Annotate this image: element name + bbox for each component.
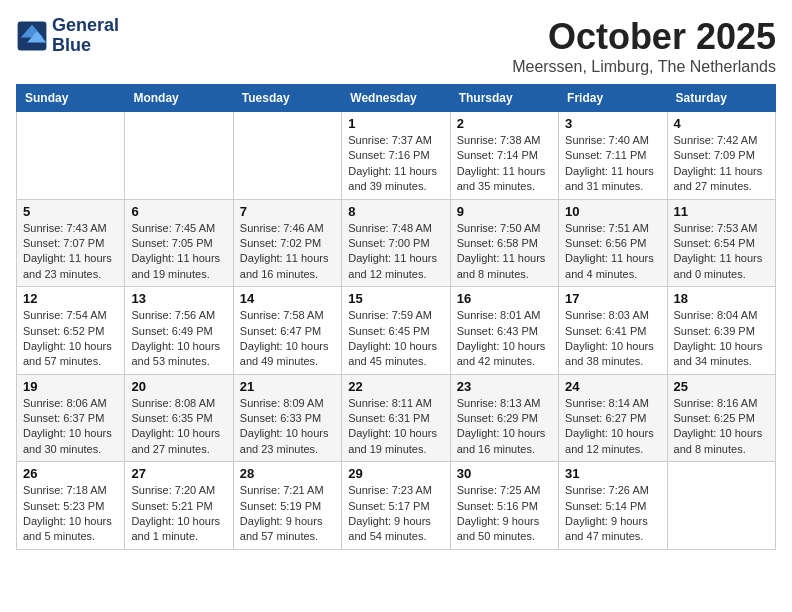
calendar-cell-w1d1 [17, 112, 125, 200]
day-number: 9 [457, 204, 552, 219]
logo-text: General Blue [52, 16, 119, 56]
calendar-week-1: 1Sunrise: 7:37 AM Sunset: 7:16 PM Daylig… [17, 112, 776, 200]
calendar-cell-w3d2: 13Sunrise: 7:56 AM Sunset: 6:49 PM Dayli… [125, 287, 233, 375]
calendar-cell-w4d7: 25Sunrise: 8:16 AM Sunset: 6:25 PM Dayli… [667, 374, 775, 462]
day-info: Sunrise: 7:25 AM Sunset: 5:16 PM Dayligh… [457, 483, 552, 545]
calendar-table: SundayMondayTuesdayWednesdayThursdayFrid… [16, 84, 776, 550]
calendar-week-5: 26Sunrise: 7:18 AM Sunset: 5:23 PM Dayli… [17, 462, 776, 550]
day-number: 27 [131, 466, 226, 481]
logo-line1: General [52, 16, 119, 36]
day-info: Sunrise: 8:03 AM Sunset: 6:41 PM Dayligh… [565, 308, 660, 370]
day-info: Sunrise: 7:40 AM Sunset: 7:11 PM Dayligh… [565, 133, 660, 195]
day-info: Sunrise: 7:42 AM Sunset: 7:09 PM Dayligh… [674, 133, 769, 195]
weekday-header-monday: Monday [125, 85, 233, 112]
calendar-cell-w4d4: 22Sunrise: 8:11 AM Sunset: 6:31 PM Dayli… [342, 374, 450, 462]
calendar-cell-w4d5: 23Sunrise: 8:13 AM Sunset: 6:29 PM Dayli… [450, 374, 558, 462]
calendar-cell-w3d1: 12Sunrise: 7:54 AM Sunset: 6:52 PM Dayli… [17, 287, 125, 375]
calendar-cell-w5d7 [667, 462, 775, 550]
day-number: 26 [23, 466, 118, 481]
day-number: 17 [565, 291, 660, 306]
day-number: 2 [457, 116, 552, 131]
day-info: Sunrise: 8:06 AM Sunset: 6:37 PM Dayligh… [23, 396, 118, 458]
day-number: 3 [565, 116, 660, 131]
logo-icon [16, 20, 48, 52]
day-number: 10 [565, 204, 660, 219]
calendar-cell-w4d3: 21Sunrise: 8:09 AM Sunset: 6:33 PM Dayli… [233, 374, 341, 462]
calendar-week-4: 19Sunrise: 8:06 AM Sunset: 6:37 PM Dayli… [17, 374, 776, 462]
calendar-week-2: 5Sunrise: 7:43 AM Sunset: 7:07 PM Daylig… [17, 199, 776, 287]
day-number: 4 [674, 116, 769, 131]
calendar-cell-w4d1: 19Sunrise: 8:06 AM Sunset: 6:37 PM Dayli… [17, 374, 125, 462]
day-info: Sunrise: 7:26 AM Sunset: 5:14 PM Dayligh… [565, 483, 660, 545]
calendar-cell-w3d6: 17Sunrise: 8:03 AM Sunset: 6:41 PM Dayli… [559, 287, 667, 375]
day-info: Sunrise: 7:54 AM Sunset: 6:52 PM Dayligh… [23, 308, 118, 370]
weekday-header-saturday: Saturday [667, 85, 775, 112]
day-number: 30 [457, 466, 552, 481]
calendar-cell-w4d6: 24Sunrise: 8:14 AM Sunset: 6:27 PM Dayli… [559, 374, 667, 462]
calendar-cell-w1d7: 4Sunrise: 7:42 AM Sunset: 7:09 PM Daylig… [667, 112, 775, 200]
day-info: Sunrise: 8:01 AM Sunset: 6:43 PM Dayligh… [457, 308, 552, 370]
day-number: 19 [23, 379, 118, 394]
calendar-cell-w1d3 [233, 112, 341, 200]
logo: General Blue [16, 16, 119, 56]
calendar-cell-w1d2 [125, 112, 233, 200]
day-info: Sunrise: 7:45 AM Sunset: 7:05 PM Dayligh… [131, 221, 226, 283]
day-number: 6 [131, 204, 226, 219]
calendar-cell-w1d6: 3Sunrise: 7:40 AM Sunset: 7:11 PM Daylig… [559, 112, 667, 200]
weekday-header-row: SundayMondayTuesdayWednesdayThursdayFrid… [17, 85, 776, 112]
day-info: Sunrise: 8:08 AM Sunset: 6:35 PM Dayligh… [131, 396, 226, 458]
weekday-header-wednesday: Wednesday [342, 85, 450, 112]
month-title: October 2025 [512, 16, 776, 58]
calendar-cell-w2d1: 5Sunrise: 7:43 AM Sunset: 7:07 PM Daylig… [17, 199, 125, 287]
day-info: Sunrise: 7:20 AM Sunset: 5:21 PM Dayligh… [131, 483, 226, 545]
calendar-cell-w2d2: 6Sunrise: 7:45 AM Sunset: 7:05 PM Daylig… [125, 199, 233, 287]
calendar-cell-w5d6: 31Sunrise: 7:26 AM Sunset: 5:14 PM Dayli… [559, 462, 667, 550]
day-info: Sunrise: 8:13 AM Sunset: 6:29 PM Dayligh… [457, 396, 552, 458]
day-number: 28 [240, 466, 335, 481]
day-number: 22 [348, 379, 443, 394]
calendar-cell-w4d2: 20Sunrise: 8:08 AM Sunset: 6:35 PM Dayli… [125, 374, 233, 462]
day-number: 18 [674, 291, 769, 306]
calendar-header: SundayMondayTuesdayWednesdayThursdayFrid… [17, 85, 776, 112]
weekday-header-friday: Friday [559, 85, 667, 112]
weekday-header-tuesday: Tuesday [233, 85, 341, 112]
calendar-cell-w3d7: 18Sunrise: 8:04 AM Sunset: 6:39 PM Dayli… [667, 287, 775, 375]
calendar-cell-w3d4: 15Sunrise: 7:59 AM Sunset: 6:45 PM Dayli… [342, 287, 450, 375]
calendar-cell-w3d5: 16Sunrise: 8:01 AM Sunset: 6:43 PM Dayli… [450, 287, 558, 375]
day-info: Sunrise: 7:51 AM Sunset: 6:56 PM Dayligh… [565, 221, 660, 283]
day-info: Sunrise: 7:56 AM Sunset: 6:49 PM Dayligh… [131, 308, 226, 370]
calendar-cell-w2d6: 10Sunrise: 7:51 AM Sunset: 6:56 PM Dayli… [559, 199, 667, 287]
day-number: 1 [348, 116, 443, 131]
weekday-header-sunday: Sunday [17, 85, 125, 112]
day-number: 29 [348, 466, 443, 481]
day-number: 25 [674, 379, 769, 394]
day-info: Sunrise: 8:16 AM Sunset: 6:25 PM Dayligh… [674, 396, 769, 458]
day-info: Sunrise: 8:11 AM Sunset: 6:31 PM Dayligh… [348, 396, 443, 458]
day-info: Sunrise: 7:38 AM Sunset: 7:14 PM Dayligh… [457, 133, 552, 195]
day-info: Sunrise: 7:50 AM Sunset: 6:58 PM Dayligh… [457, 221, 552, 283]
weekday-header-thursday: Thursday [450, 85, 558, 112]
day-info: Sunrise: 7:23 AM Sunset: 5:17 PM Dayligh… [348, 483, 443, 545]
calendar-cell-w2d7: 11Sunrise: 7:53 AM Sunset: 6:54 PM Dayli… [667, 199, 775, 287]
calendar-cell-w5d3: 28Sunrise: 7:21 AM Sunset: 5:19 PM Dayli… [233, 462, 341, 550]
day-info: Sunrise: 8:04 AM Sunset: 6:39 PM Dayligh… [674, 308, 769, 370]
calendar-cell-w5d5: 30Sunrise: 7:25 AM Sunset: 5:16 PM Dayli… [450, 462, 558, 550]
title-block: October 2025 Meerssen, Limburg, The Neth… [512, 16, 776, 76]
calendar-cell-w1d4: 1Sunrise: 7:37 AM Sunset: 7:16 PM Daylig… [342, 112, 450, 200]
day-info: Sunrise: 7:48 AM Sunset: 7:00 PM Dayligh… [348, 221, 443, 283]
day-number: 31 [565, 466, 660, 481]
calendar-cell-w2d3: 7Sunrise: 7:46 AM Sunset: 7:02 PM Daylig… [233, 199, 341, 287]
day-info: Sunrise: 8:09 AM Sunset: 6:33 PM Dayligh… [240, 396, 335, 458]
calendar-cell-w2d4: 8Sunrise: 7:48 AM Sunset: 7:00 PM Daylig… [342, 199, 450, 287]
calendar-cell-w1d5: 2Sunrise: 7:38 AM Sunset: 7:14 PM Daylig… [450, 112, 558, 200]
day-info: Sunrise: 8:14 AM Sunset: 6:27 PM Dayligh… [565, 396, 660, 458]
calendar-cell-w2d5: 9Sunrise: 7:50 AM Sunset: 6:58 PM Daylig… [450, 199, 558, 287]
calendar-cell-w5d4: 29Sunrise: 7:23 AM Sunset: 5:17 PM Dayli… [342, 462, 450, 550]
calendar-cell-w5d1: 26Sunrise: 7:18 AM Sunset: 5:23 PM Dayli… [17, 462, 125, 550]
calendar-cell-w3d3: 14Sunrise: 7:58 AM Sunset: 6:47 PM Dayli… [233, 287, 341, 375]
day-number: 14 [240, 291, 335, 306]
day-info: Sunrise: 7:59 AM Sunset: 6:45 PM Dayligh… [348, 308, 443, 370]
day-number: 15 [348, 291, 443, 306]
day-number: 5 [23, 204, 118, 219]
day-info: Sunrise: 7:37 AM Sunset: 7:16 PM Dayligh… [348, 133, 443, 195]
